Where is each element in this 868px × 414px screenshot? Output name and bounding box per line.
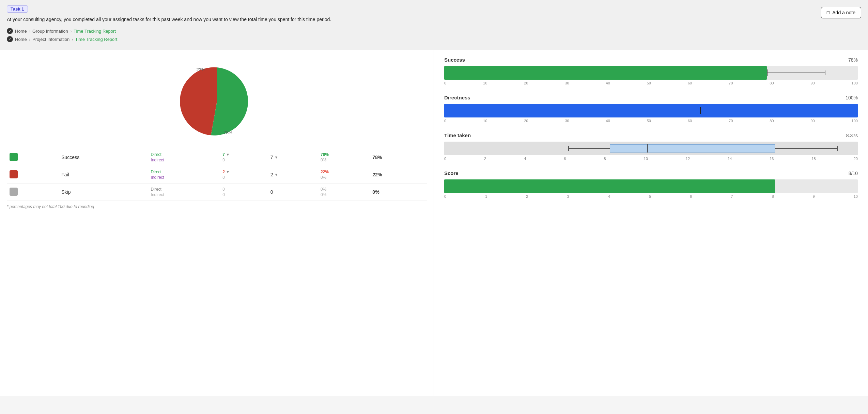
- breadcrumb-home-1: Home: [15, 29, 27, 34]
- skip-direct-indirect: Direct Indirect: [151, 187, 217, 197]
- breadcrumb-arrow-2: ›: [70, 29, 72, 34]
- right-panel: Success 78% 0102030405060708090100: [434, 50, 868, 396]
- legend-row-fail: Fail Direct Indirect 2 ▼ 0: [7, 166, 427, 184]
- success-overall-pct: 78%: [372, 155, 382, 160]
- breadcrumb-arrow-1: ›: [29, 29, 30, 34]
- check-icon-1: ✓: [7, 28, 13, 34]
- metric-score-title: Score: [444, 170, 459, 176]
- left-panel: 22% 78% Success: [0, 50, 434, 396]
- time-axis: 02468101214161820: [444, 157, 858, 161]
- legend-name-success: Success: [61, 155, 79, 160]
- pie-chart: [180, 64, 254, 139]
- skip-pcts: 0% 0%: [321, 187, 367, 197]
- breadcrumb-row-2: ✓ Home › Project Information › Time Trac…: [7, 36, 861, 42]
- metric-success: Success 78% 0102030405060708090100: [444, 57, 858, 85]
- skip-total: 0: [270, 189, 273, 195]
- time-taken-container: [444, 142, 858, 155]
- time-whisker-left: [568, 148, 609, 149]
- color-fail: [10, 170, 18, 178]
- metric-score-value: 8/10: [849, 171, 858, 176]
- time-cap-right: [837, 146, 838, 151]
- time-box: [610, 144, 775, 153]
- fail-total: 2: [270, 172, 273, 177]
- top-section: □ Add a note Task 1 At your consulting a…: [0, 0, 868, 50]
- pie-label-22: 22%: [197, 67, 205, 72]
- breadcrumb-row-1: ✓ Home › Group Information › Time Tracki…: [7, 28, 861, 34]
- metric-score-header: Score 8/10: [444, 170, 858, 176]
- breadcrumb-group-info: Group Information: [32, 29, 68, 34]
- metric-score: Score 8/10 012345678910: [444, 170, 858, 198]
- success-pcts: 78% 0%: [321, 152, 367, 162]
- success-direct-vals: 7 ▼ 0: [222, 152, 265, 162]
- task-description: At your consulting agency, you completed…: [7, 16, 861, 23]
- fail-direct-vals: 2 ▼ 0: [222, 170, 265, 180]
- legend-name-fail: Fail: [61, 172, 69, 177]
- breadcrumb-arrow-4: ›: [72, 37, 73, 42]
- breadcrumb-time-tracking-2[interactable]: Time Tracking Report: [75, 37, 117, 42]
- metric-time-title: Time taken: [444, 132, 471, 138]
- time-whisker-right: [775, 148, 837, 149]
- fail-filter-icon[interactable]: ▼: [275, 173, 278, 177]
- breadcrumb-project-info: Project Information: [32, 37, 69, 42]
- breadcrumb-time-tracking-1[interactable]: Time Tracking Report: [74, 29, 116, 34]
- color-skip: [10, 188, 18, 196]
- rounding-note: * percentages may not total 100 due to r…: [7, 201, 427, 212]
- success-direct-indirect: Direct Indirect: [151, 152, 217, 162]
- directness-bar-container: [444, 104, 858, 117]
- metric-directness: Directness 100% 0102030405060708090100: [444, 95, 858, 123]
- directness-bar-fill: [444, 104, 858, 117]
- main-content: 22% 78% Success: [0, 50, 868, 396]
- score-bar-container: [444, 179, 858, 193]
- add-note-button[interactable]: □ Add a note: [821, 7, 861, 18]
- note-icon: □: [827, 10, 830, 15]
- legend-row-success: Success Direct Indirect 7 ▼ 0: [7, 149, 427, 166]
- success-filter-icon[interactable]: ▼: [275, 155, 278, 159]
- skip-overall-pct: 0%: [372, 189, 379, 195]
- legend-name-skip: Skip: [61, 189, 71, 195]
- add-note-label: Add a note: [832, 10, 855, 15]
- check-icon-2: ✓: [7, 36, 13, 42]
- time-cap-left: [568, 146, 569, 151]
- success-whisker: [767, 73, 825, 73]
- directness-axis: 0102030405060708090100: [444, 119, 858, 123]
- success-bar-container: [444, 66, 858, 80]
- legend-table: Success Direct Indirect 7 ▼ 0: [7, 149, 427, 201]
- success-whisker-cap: [825, 70, 825, 75]
- metric-directness-header: Directness 100%: [444, 95, 858, 100]
- metric-time-taken: Time taken 8.37s 02468101214161820: [444, 132, 858, 161]
- pie-chart-container: 22% 78%: [7, 57, 427, 145]
- breadcrumb-home-2: Home: [15, 37, 27, 42]
- metric-success-value: 78%: [848, 57, 858, 63]
- metric-directness-title: Directness: [444, 95, 470, 100]
- time-median: [647, 144, 648, 153]
- success-axis: 0102030405060708090100: [444, 81, 858, 85]
- fail-pcts: 22% 0%: [321, 170, 367, 180]
- task-badge: Task 1: [7, 5, 28, 13]
- score-axis: 012345678910: [444, 194, 858, 198]
- skip-direct-vals: 0 0: [222, 187, 265, 197]
- success-bar-fill: [444, 66, 767, 80]
- breadcrumb-arrow-3: ›: [29, 37, 30, 42]
- fail-overall-pct: 22%: [372, 172, 382, 177]
- score-bar-fill: [444, 179, 775, 193]
- legend-row-skip: Skip Direct Indirect 0 0: [7, 184, 427, 201]
- metric-success-header: Success 78%: [444, 57, 858, 63]
- color-success: [10, 153, 18, 161]
- metric-time-header: Time taken 8.37s: [444, 132, 858, 138]
- metric-success-title: Success: [444, 57, 465, 63]
- pie-label-78: 78%: [224, 130, 233, 135]
- success-total: 7: [270, 155, 273, 160]
- pie-slice-fail: [180, 67, 217, 136]
- fail-direct-indirect: Direct Indirect: [151, 170, 217, 180]
- metric-directness-value: 100%: [846, 95, 858, 100]
- metric-time-value: 8.37s: [846, 133, 858, 138]
